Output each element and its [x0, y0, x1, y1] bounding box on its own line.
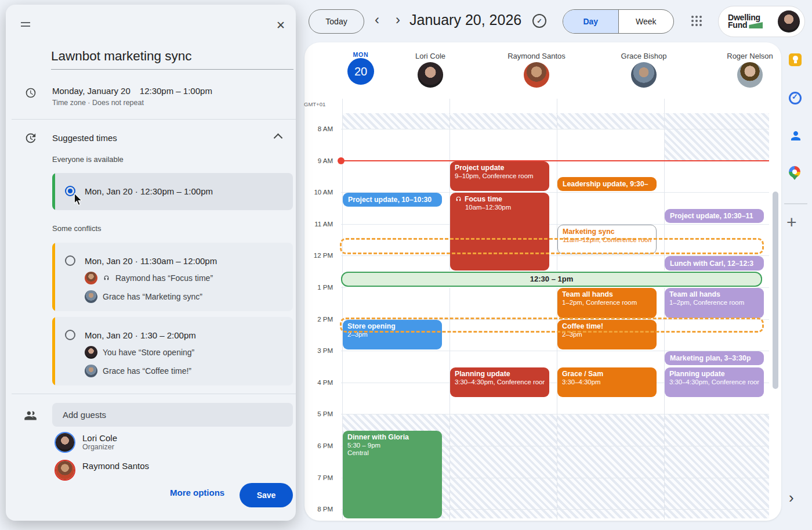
option-label: Mon, Jan 20 · 1:30 – 2:00pm	[85, 330, 196, 340]
radio-unselected[interactable]	[65, 255, 75, 266]
hour-label: 2 PM	[303, 316, 333, 323]
hour-label: 8 AM	[303, 125, 333, 132]
hour-gridline	[341, 129, 769, 129]
guest-row[interactable]: Lori ColeOrganizer	[56, 433, 117, 452]
event-lunch-with-carl-12-12-3[interactable]: Lunch with Carl, 12–12:3	[665, 256, 764, 270]
hour-label: 8 PM	[303, 506, 333, 513]
hour-label: 5 PM	[303, 410, 333, 417]
availability-label: Everyone is available	[52, 155, 124, 164]
event-datetime[interactable]: Monday, January 20 12:30pm – 1:00pm	[52, 86, 212, 96]
event-project-update-10-30-11[interactable]: Project update, 10:30–11	[665, 209, 764, 223]
add-guests-icon	[23, 408, 38, 423]
non-working-hours-hatch	[449, 414, 557, 518]
hour-label: 4 PM	[303, 379, 333, 386]
collapse-chevron-icon[interactable]	[274, 134, 283, 143]
day-number-badge: 20	[347, 58, 374, 85]
drag-handle-icon[interactable]	[21, 22, 30, 27]
clock-icon	[25, 87, 37, 99]
conflict-text: You have “Store opening”	[103, 348, 194, 357]
conflict-row: Grace has “Marketing sync”	[85, 290, 293, 303]
event-project-update[interactable]: Project update9–10pm, Conference room	[450, 161, 549, 192]
non-working-hours-hatch	[342, 113, 449, 129]
event-project-update-10-10-30[interactable]: Project update, 10–10:30	[343, 193, 442, 207]
add-addon-icon[interactable]: +	[786, 212, 797, 232]
suggested-time-option[interactable]: Mon, Jan 20 · 11:30am – 12:00pmRaymond h…	[52, 243, 293, 311]
conflict-text: Raymond has “Focus time”	[115, 273, 213, 283]
hour-gridline	[341, 224, 769, 225]
conflict-avatar	[85, 290, 97, 303]
maps-icon[interactable]	[789, 166, 803, 180]
tasks-icon[interactable]	[789, 92, 803, 106]
option-label: Mon, Jan 20 · 11:30am – 12:00pm	[85, 256, 217, 266]
person-name: Grace Bishop	[603, 52, 684, 60]
current-date-title[interactable]: January 20, 2026	[409, 12, 521, 28]
accent-bar	[52, 243, 55, 311]
hour-label: 7 PM	[303, 474, 333, 481]
account-brand-pill[interactable]: Dwelling Fund	[718, 6, 805, 37]
event-focus-time[interactable]: Focus time10am–12:30pm	[450, 193, 549, 271]
conflict-row: Raymond has “Focus time”	[85, 272, 293, 284]
suggested-times-icon	[24, 132, 37, 145]
conflicts-label: Some conflicts	[52, 224, 102, 233]
hour-gridline	[341, 414, 769, 414]
current-time-line	[341, 160, 769, 161]
event-grace-sam[interactable]: Grace / Sam3:30–4:30pm	[557, 367, 657, 398]
divider	[12, 119, 296, 120]
mouse-cursor	[72, 193, 84, 206]
hour-label: 12 PM	[303, 252, 333, 259]
date-confirm-icon[interactable]: ✓	[532, 14, 546, 28]
save-button[interactable]: Save	[240, 483, 293, 507]
person-name: Lori Cole	[390, 52, 471, 60]
hour-label: 10 AM	[303, 189, 333, 196]
contacts-icon[interactable]	[789, 129, 803, 143]
person-avatar[interactable]	[418, 62, 443, 88]
close-icon[interactable]: ✕	[274, 16, 288, 34]
guest-name: Lori Cole	[82, 433, 117, 443]
next-panel-chevron-icon[interactable]: ›	[789, 489, 794, 507]
person-avatar[interactable]	[631, 62, 657, 88]
guest-avatar	[56, 433, 74, 452]
radio-unselected[interactable]	[65, 330, 75, 340]
more-options-button[interactable]: More options	[170, 488, 224, 497]
keep-icon[interactable]	[789, 53, 803, 67]
tab-day-view[interactable]: Day	[563, 10, 618, 33]
person-avatar[interactable]	[524, 62, 549, 88]
event-dinner-with-gloria[interactable]: Dinner with Gloria5:30 – 9pmCentral	[343, 431, 442, 518]
prev-day-button[interactable]: ‹	[375, 13, 379, 27]
next-day-button[interactable]: ›	[396, 13, 400, 27]
event-marketing-plan-3-3-30p[interactable]: Marketing plan, 3–3:30p	[665, 351, 764, 365]
guest-name: Raymond Santos	[82, 461, 149, 471]
rail-divider	[784, 203, 807, 204]
event-planning-update[interactable]: Planning update3:30–4:30pm, Conference r…	[665, 367, 764, 398]
day-badge[interactable]: MON20	[347, 51, 374, 85]
suggested-slot-outline[interactable]	[340, 318, 764, 333]
conflict-text: Grace has “Coffee time!”	[103, 366, 191, 376]
suggested-times-header: Suggested times	[52, 133, 117, 143]
event-title-input[interactable]: Lawnbot marketing sync	[51, 49, 293, 70]
conflict-avatar	[85, 272, 97, 284]
suggested-slot-outline[interactable]	[340, 238, 764, 254]
event-team-all-hands[interactable]: Team all hands1–2pm, Conference room	[557, 288, 657, 318]
view-switcher: Day Week	[563, 9, 674, 34]
non-working-hours-hatch	[664, 414, 769, 518]
guest-avatar	[56, 461, 74, 479]
tab-week-view[interactable]: Week	[619, 10, 674, 33]
today-button[interactable]: Today	[309, 9, 364, 34]
account-avatar[interactable]	[778, 10, 800, 33]
event-planning-update[interactable]: Planning update3:30–4:30pm, Conference r…	[450, 367, 549, 398]
suggested-time-option[interactable]: Mon, Jan 20 · 1:30 – 2:00pmYou have “Sto…	[52, 317, 293, 385]
suggested-time-option[interactable]: Mon, Jan 20 · 12:30pm – 1:00pm	[52, 173, 293, 210]
calendar-scrollbar[interactable]	[773, 192, 778, 389]
conflict-row: Grace has “Coffee time!”	[85, 365, 293, 377]
event-team-all-hands[interactable]: Team all hands1–2pm, Conference room	[665, 288, 764, 318]
google-apps-grid-icon[interactable]	[691, 16, 702, 26]
non-working-hours-hatch	[664, 113, 769, 161]
person-avatar[interactable]	[737, 62, 763, 88]
guest-row[interactable]: Raymond Santos	[56, 461, 149, 479]
timezone-label: GMT+01	[304, 101, 325, 107]
selected-time-slot[interactable]: 12:30 – 1pm	[341, 272, 762, 287]
non-working-hours-hatch	[557, 414, 664, 518]
event-leadership-update-9-30[interactable]: Leadership update, 9:30–	[557, 177, 657, 191]
add-guests-input[interactable]	[52, 403, 293, 427]
hour-label: 11 AM	[303, 221, 333, 228]
